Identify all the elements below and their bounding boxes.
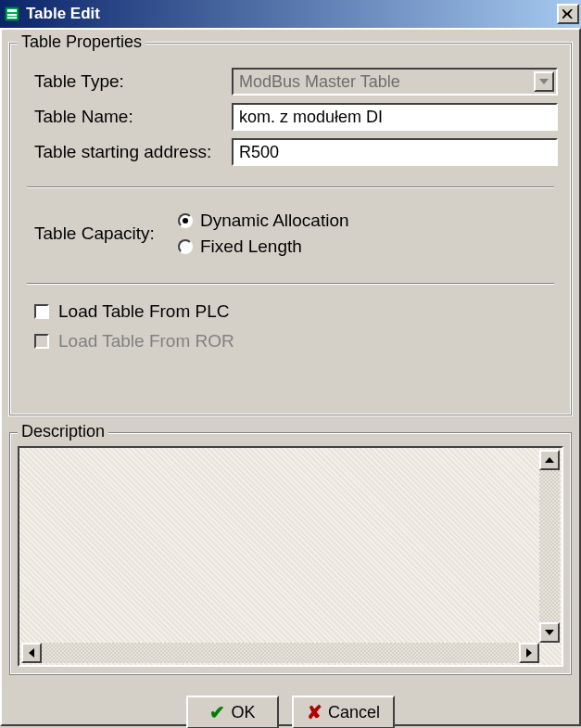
description-textarea[interactable] xyxy=(18,446,563,667)
description-vscroll[interactable] xyxy=(539,450,560,643)
checkbox-load-from-ror: Load Table From ROR xyxy=(23,331,558,351)
checkbox-load-plc-box xyxy=(34,304,49,319)
separator-1 xyxy=(27,186,554,188)
group-table-properties: Table Properties Table Type: ModBus Mast… xyxy=(9,43,572,415)
radio-dynamic-dot xyxy=(178,213,193,228)
cancel-button-label: Cancel xyxy=(328,703,380,722)
checkbox-load-plc-label: Load Table From PLC xyxy=(58,301,229,322)
svg-rect-2 xyxy=(7,14,17,16)
description-hscroll[interactable] xyxy=(21,643,539,663)
separator-2 xyxy=(27,283,554,285)
window-title: Table Edit xyxy=(26,5,555,23)
radio-dynamic-allocation[interactable]: Dynamic Allocation xyxy=(178,211,349,231)
scroll-up-icon[interactable] xyxy=(539,450,560,470)
radio-dynamic-label: Dynamic Allocation xyxy=(200,211,349,231)
svg-rect-1 xyxy=(7,9,17,12)
cancel-button[interactable]: ✘ Cancel xyxy=(292,696,395,728)
combo-table-type[interactable]: ModBus Master Table xyxy=(232,68,558,96)
app-icon xyxy=(4,6,20,22)
label-table-type: Table Type: xyxy=(23,71,232,92)
cross-icon: ✘ xyxy=(307,701,322,723)
dialog-client: Table Properties Table Type: ModBus Mast… xyxy=(0,28,581,726)
checkbox-load-from-plc[interactable]: Load Table From PLC xyxy=(23,301,558,322)
label-start-address: Table starting address: xyxy=(23,142,232,162)
group-table-properties-legend: Table Properties xyxy=(18,32,145,52)
group-description-legend: Description xyxy=(18,422,108,441)
check-icon: ✔ xyxy=(209,701,225,723)
input-table-name[interactable] xyxy=(239,108,550,127)
checkbox-load-ror-box xyxy=(34,334,49,349)
label-table-capacity: Table Capacity: xyxy=(34,224,178,244)
svg-rect-3 xyxy=(7,17,17,19)
label-table-name: Table Name: xyxy=(23,107,232,127)
title-bar: Table Edit xyxy=(0,0,581,28)
close-button[interactable] xyxy=(557,4,579,24)
scroll-left-icon[interactable] xyxy=(21,643,42,663)
scroll-right-icon[interactable] xyxy=(519,643,539,663)
combo-table-type-dropdown[interactable] xyxy=(534,71,554,92)
button-bar: ✔ OK ✘ Cancel xyxy=(9,696,572,728)
row-capacity: Table Capacity: Dynamic Allocation Fixed… xyxy=(23,205,558,262)
ok-button[interactable]: ✔ OK xyxy=(186,696,279,728)
input-start-address[interactable] xyxy=(239,143,550,162)
ok-button-label: OK xyxy=(231,703,255,722)
combo-table-type-value: ModBus Master Table xyxy=(239,72,400,92)
radio-fixed-length[interactable]: Fixed Length xyxy=(178,236,349,257)
input-start-address-wrapper xyxy=(232,138,558,166)
radio-fixed-dot xyxy=(178,239,193,254)
scroll-down-icon[interactable] xyxy=(539,622,560,643)
checkbox-load-ror-label: Load Table From ROR xyxy=(58,331,234,351)
input-table-name-wrapper xyxy=(232,103,558,131)
group-description: Description xyxy=(9,432,572,675)
radio-fixed-label: Fixed Length xyxy=(200,236,302,257)
